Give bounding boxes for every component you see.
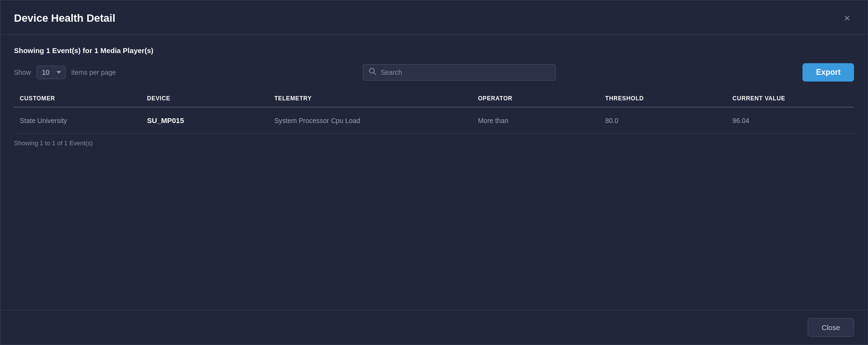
show-label: Show [14,69,31,76]
column-header-current-value: CURRENT VALUE [727,90,854,107]
column-header-operator: OPERATOR [472,90,600,107]
pagination-text: Showing 1 to 1 of 1 Event(s) [14,134,854,147]
cell-telemetry: System Processor Cpu Load [268,107,472,134]
cell-device: SU_MP015 [141,107,268,134]
search-wrapper [122,64,797,81]
search-icon [369,68,376,77]
table-header-row: CUSTOMER DEVICE TELEMETRY OPERATOR THRES… [14,90,854,107]
modal-body: Showing 1 Event(s) for 1 Media Player(s)… [0,35,868,310]
modal-footer: Close [0,310,868,345]
modal-title: Device Health Detail [14,12,115,25]
export-button[interactable]: Export [802,63,854,82]
column-header-telemetry: TELEMETRY [268,90,472,107]
cell-operator: More than [472,107,600,134]
cell-current_value: 96.04 [727,107,854,134]
modal-overlay: Device Health Detail × Showing 1 Event(s… [0,0,868,345]
table-row: State UniversitySU_MP015System Processor… [14,107,854,134]
data-table: CUSTOMER DEVICE TELEMETRY OPERATOR THRES… [14,90,854,134]
table-body: State UniversitySU_MP015System Processor… [14,107,854,134]
column-header-device: DEVICE [141,90,268,107]
modal-dialog: Device Health Detail × Showing 1 Event(s… [0,0,868,345]
search-container [363,64,556,81]
close-button[interactable]: Close [808,318,854,337]
column-header-customer: CUSTOMER [14,90,141,107]
table-section: CUSTOMER DEVICE TELEMETRY OPERATOR THRES… [14,90,854,298]
cell-customer: State University [14,107,141,134]
table-header: CUSTOMER DEVICE TELEMETRY OPERATOR THRES… [14,90,854,107]
summary-text: Showing 1 Event(s) for 1 Media Player(s) [14,46,854,55]
toolbar: Show 10 25 50 100 items per page [14,63,854,82]
items-per-page-select[interactable]: 10 25 50 100 [37,66,66,79]
close-x-button[interactable]: × [840,11,854,26]
cell-threshold: 80.0 [600,107,727,134]
per-page-label: items per page [71,69,116,76]
svg-line-1 [374,73,375,75]
modal-header: Device Health Detail × [0,0,868,35]
column-header-threshold: THRESHOLD [600,90,727,107]
search-input[interactable] [363,64,556,81]
